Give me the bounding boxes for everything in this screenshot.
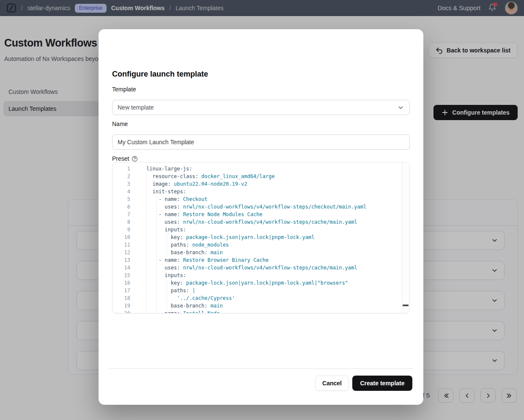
code-line: 7 - name: Restore Node Modules Cache — [112, 211, 409, 218]
configure-launch-template-modal: Configure launch template Template New t… — [99, 29, 423, 405]
line-number: 4 — [112, 188, 130, 195]
code-line: 11 paths: node_modules — [112, 241, 409, 249]
modal-footer-divider — [109, 368, 413, 369]
code-line: 14 uses: nrwl/nx-cloud-workflows/v4/work… — [112, 264, 409, 272]
code-line: 12 base-branch: main — [112, 249, 409, 256]
name-input[interactable]: My Custom Launch Template — [112, 135, 410, 150]
line-number: 5 — [112, 195, 130, 203]
code-line: 17 paths: | — [112, 287, 409, 294]
line-number: 2 — [112, 173, 130, 180]
line-number: 3 — [112, 180, 130, 188]
code-line: 19 base-branch: main — [112, 302, 409, 310]
name-field-label: Name — [112, 121, 128, 127]
code-line: 15 inputs: — [112, 272, 409, 279]
line-number: 7 — [112, 211, 130, 218]
cancel-button[interactable]: Cancel — [315, 376, 349, 391]
editor-scrollbar-thumb[interactable] — [403, 305, 409, 306]
code-line: 8 uses: nrwl/nx-cloud-workflows/v4/workf… — [112, 218, 409, 226]
line-number: 12 — [112, 249, 130, 256]
line-number: 8 — [112, 218, 130, 226]
editor-scrollbar[interactable] — [402, 162, 409, 313]
code-line: 1linux-large-js: — [112, 165, 409, 173]
line-number: 10 — [112, 233, 130, 241]
line-number: 20 — [112, 310, 130, 313]
line-number: 1 — [112, 165, 130, 173]
code-line: 4 init-steps: — [112, 188, 409, 195]
line-number: 19 — [112, 302, 130, 310]
chevron-down-icon — [397, 104, 404, 111]
line-number: 15 — [112, 272, 130, 279]
line-number: 13 — [112, 256, 130, 264]
line-number: 6 — [112, 203, 130, 211]
code-line: 13 - name: Restore Browser Binary Cache — [112, 256, 409, 264]
yaml-code-editor[interactable]: 1linux-large-js:2 resource-class: docker… — [112, 162, 410, 313]
line-number: 9 — [112, 226, 130, 233]
preset-field-label: Preset — [112, 155, 138, 162]
line-number: 17 — [112, 287, 130, 294]
line-number: 18 — [112, 294, 130, 302]
code-line: 18 '../.cache/Cypress' — [112, 294, 409, 302]
code-line: 6 uses: nrwl/nx-cloud-workflows/v4/workf… — [112, 203, 409, 211]
code-line: 10 key: package-lock.json|yarn.lock|pnpm… — [112, 233, 409, 241]
line-number: 14 — [112, 264, 130, 272]
line-number: 16 — [112, 279, 130, 287]
template-select-value: New template — [118, 104, 154, 111]
name-input-value: My Custom Launch Template — [118, 139, 194, 145]
preset-label-text: Preset — [112, 155, 129, 162]
template-field-label: Template — [112, 86, 136, 93]
code-line: 20 - name: Install Node — [112, 310, 409, 313]
create-template-button[interactable]: Create template — [352, 376, 412, 391]
template-select[interactable]: New template — [112, 100, 410, 115]
code-line: 2 resource-class: docker_linux_amd64/lar… — [112, 173, 409, 180]
code-line: 3 image: ubuntu22.04-node20.19-v2 — [112, 180, 409, 188]
line-number: 11 — [112, 241, 130, 249]
code-line: 5 - name: Checkout — [112, 195, 409, 203]
modal-title: Configure launch template — [112, 70, 208, 79]
code-line: 16 key: package-lock.json|yarn.lock|pnpm… — [112, 279, 409, 287]
code-line: 9 inputs: — [112, 226, 409, 233]
help-circle-icon[interactable] — [132, 156, 138, 162]
